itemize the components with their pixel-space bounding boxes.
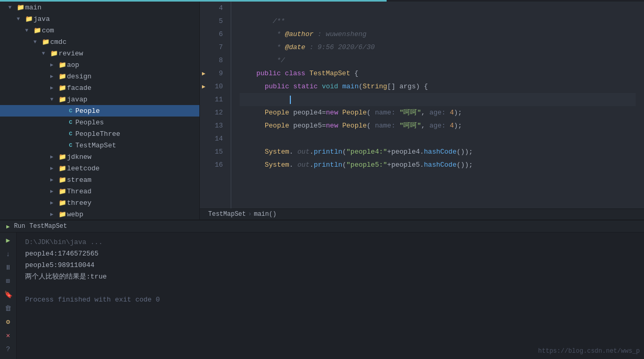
gutter-run-9[interactable]: ▶ — [202, 70, 212, 77]
arrow-javap: ▼ — [50, 97, 58, 102]
line-num-10: 10 — [212, 83, 223, 90]
line-num-4: 4 — [212, 4, 223, 12]
arrow-cmdc: ▼ — [33, 39, 41, 45]
tree-label-aop: aop — [67, 61, 79, 69]
folder-icon-jdknew: 📁 — [58, 153, 67, 161]
code-line-14 — [240, 132, 636, 145]
line-num-16: 16 — [212, 161, 223, 169]
code-line-11 — [240, 93, 636, 106]
line-num-14: 14 — [212, 135, 223, 143]
tree-item-PeopleThree[interactable]: C PeopleThree — [0, 128, 199, 140]
watermark: https://blog.csdn.net/wws_p — [538, 348, 640, 355]
tree-item-jdknew[interactable]: ▶ 📁 jdknew — [0, 151, 199, 163]
folder-icon-aop: 📁 — [58, 61, 67, 69]
folder-icon-stream: 📁 — [58, 176, 67, 184]
tree-item-review[interactable]: ▼ 📁 review — [0, 48, 199, 59]
tree-label-webp: webp — [67, 211, 83, 218]
run-play-button[interactable]: ▶ — [3, 235, 14, 246]
tree-item-javap[interactable]: ▼ 📁 javap — [0, 94, 199, 105]
arrow-Thread: ▶ — [50, 188, 58, 194]
tree-item-People[interactable]: C People — [0, 105, 199, 117]
tree-item-aop[interactable]: ▶ 📁 aop — [0, 59, 199, 71]
tree-item-leetcode[interactable]: ▶ 📁 leetcode — [0, 163, 199, 174]
tree-item-webp[interactable]: ▶ 📁 webp — [0, 209, 199, 219]
run-settings-button[interactable]: ⚙ — [3, 316, 14, 328]
run-icon: ▶ — [6, 223, 10, 230]
line-num-13: 13 — [212, 122, 223, 130]
breadcrumb-bar: TestMapSet › main() — [200, 209, 644, 219]
output-line-6: Process finished with exit code 0 — [25, 294, 636, 306]
tree-label-design: design — [67, 73, 92, 80]
run-layout-button[interactable]: ⊞ — [3, 275, 14, 287]
gutter-run-10[interactable]: ▶ — [202, 83, 212, 90]
tree-label-People: People — [75, 107, 100, 115]
line-num-9: 9 — [212, 70, 223, 77]
run-pause-button[interactable]: ⏸ — [3, 262, 14, 273]
tree-item-facade[interactable]: ▶ 📁 facade — [0, 82, 199, 94]
class-icon-Peoples: C — [66, 119, 75, 125]
tree-label-main: main — [25, 4, 41, 11]
arrow-com: ▼ — [25, 28, 32, 33]
output-line-4: 两个人比较的结果是:true — [25, 271, 636, 283]
folder-icon-leetcode: 📁 — [58, 165, 67, 172]
tree-item-TestMapSet[interactable]: C TestMapSet — [0, 140, 199, 151]
breadcrumb-method: main() — [254, 211, 276, 218]
class-icon-PeopleThree: C — [66, 131, 75, 137]
code-line-6: * @author : wuwensheng — [240, 28, 636, 41]
code-line-7: * @date : 9:56 2020/6/30 — [240, 41, 636, 54]
folder-icon-java: 📁 — [24, 15, 33, 23]
class-icon-People: C — [66, 108, 75, 114]
arrow-review: ▼ — [42, 51, 49, 56]
output-line-1: D:\JDK\bin\java ... — [25, 237, 636, 248]
run-help-button[interactable]: ? — [3, 343, 14, 355]
tree-label-TestMapSet: TestMapSet — [75, 142, 116, 149]
run-close-button[interactable]: ✕ — [3, 330, 14, 341]
line-num-7: 7 — [212, 43, 223, 51]
tree-label-Peoples: Peoples — [75, 119, 104, 126]
tree-item-stream[interactable]: ▶ 📁 stream — [0, 174, 199, 186]
line-num-12: 12 — [212, 109, 223, 117]
tree-item-Thread[interactable]: ▶ 📁 Thread — [0, 186, 199, 197]
line-num-11: 11 — [212, 96, 223, 103]
file-tree-sidebar: ▼ 📁 main ▼ 📁 java ▼ 📁 com ▼ 📁 cmdc ▼ 📁 r… — [0, 2, 200, 219]
tree-label-Thread: Thread — [67, 188, 92, 195]
tree-item-threey[interactable]: ▶ 📁 threey — [0, 197, 199, 209]
run-trash-button[interactable]: 🗑 — [3, 303, 14, 314]
folder-icon-webp: 📁 — [58, 211, 67, 218]
tree-item-Peoples[interactable]: C Peoples — [0, 117, 199, 128]
tree-item-java[interactable]: ▼ 📁 java — [0, 13, 199, 25]
tree-label-javap: javap — [67, 96, 87, 103]
tree-label-threey: threey — [67, 199, 92, 207]
code-content[interactable]: /** * @author : wuwensheng * @date — [231, 2, 644, 209]
folder-icon-main: 📁 — [16, 4, 25, 11]
run-title: Run — [14, 223, 26, 230]
output-line-3: people5:989110044 — [25, 260, 636, 271]
tree-label-PeopleThree: PeopleThree — [75, 130, 120, 138]
run-panel: ▶ Run TestMapSet ▶ ↓ ⏸ ⊞ 🔖 🗑 ⚙ ✕ ? D:\JD… — [0, 219, 644, 359]
folder-icon-javap: 📁 — [58, 96, 67, 103]
code-line-5: /** — [240, 15, 636, 28]
output-line-5 — [25, 283, 636, 294]
editor-scroll-area[interactable]: 4 5 6 7 8 — [200, 2, 644, 209]
folder-icon-facade: 📁 — [58, 84, 67, 92]
run-toolbar: ▶ ↓ ⏸ ⊞ 🔖 🗑 ⚙ ✕ ? — [0, 233, 17, 359]
tree-item-main[interactable]: ▼ 📁 main — [0, 2, 199, 13]
run-down-button[interactable]: ↓ — [3, 248, 14, 260]
run-config: TestMapSet — [29, 223, 67, 230]
code-line-9: public class TestMapSet { — [240, 67, 636, 80]
main-area: ▼ 📁 main ▼ 📁 java ▼ 📁 com ▼ 📁 cmdc ▼ 📁 r… — [0, 2, 644, 219]
arrow-jdknew: ▶ — [50, 154, 58, 160]
line-num-15: 15 — [212, 148, 223, 156]
breadcrumb-sep-1: › — [248, 211, 252, 218]
tree-label-facade: facade — [67, 84, 92, 92]
line-num-5: 5 — [212, 17, 223, 25]
tree-item-design[interactable]: ▶ 📁 design — [0, 71, 199, 82]
arrow-webp: ▶ — [50, 211, 58, 217]
tree-label-cmdc: cmdc — [50, 38, 66, 46]
tree-label-leetcode: leetcode — [67, 165, 99, 172]
folder-icon-Thread: 📁 — [58, 188, 67, 195]
tree-item-com[interactable]: ▼ 📁 com — [0, 25, 199, 36]
code-line-10: public static void main ( String [] args… — [240, 80, 636, 93]
tree-item-cmdc[interactable]: ▼ 📁 cmdc — [0, 36, 199, 48]
run-bookmark-button[interactable]: 🔖 — [3, 289, 14, 300]
